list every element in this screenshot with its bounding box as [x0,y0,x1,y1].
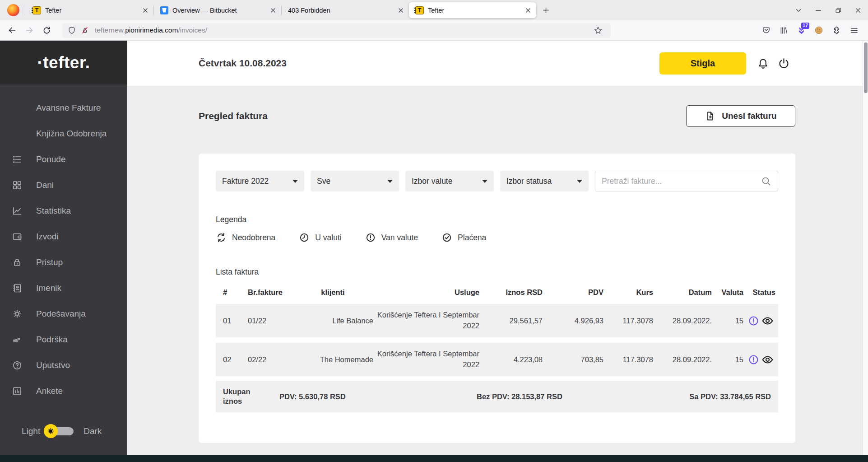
line-chart-icon [12,205,23,216]
close-window-button[interactable] [848,3,868,18]
legend-item-van-valute: Van valute [365,232,418,243]
table-row: 01 01/22 Life Balance Korišćenje Teftera… [216,304,778,337]
total-sa-pdv: Sa PDV: 33.784,65 RSD [689,392,771,401]
tab-title: Overview — Bitbucket [172,7,265,14]
url-bar[interactable]: tefternew.pionirimedia.com/invoices/ [62,23,611,38]
sidebar-item-podrska[interactable]: Podrška [0,327,127,352]
sidebar-item-uputstvo[interactable]: Uputstvo [0,352,127,378]
sidebar-item-pristup[interactable]: Pristup [0,249,127,275]
sidebar-item-imenik[interactable]: Imenik [0,275,127,301]
col-num: # [216,288,241,297]
clock-icon [299,232,310,243]
page-content: Pregled faktura Unesi fakturu Fakture 20… [127,86,863,443]
sidebar-item-dani[interactable]: Dani [0,172,127,198]
tefter-favicon: T [32,6,41,14]
back-button[interactable] [5,23,20,38]
navigation-toolbar: tefternew.pionirimedia.com/invoices/ 17 [0,20,868,41]
sidebar-item-izvodi[interactable]: Izvodi [0,224,127,249]
col-klijenti: klijenti [292,288,376,297]
legend-item-u-valuti: U valuti [299,232,341,243]
table-row: 02 02/22 The Homemade Korišćenje Teftera… [216,343,778,376]
extensions-puzzle-icon[interactable] [830,23,843,37]
support-hand-icon [12,334,23,345]
tab-title: Tefter [45,7,138,14]
page-title: Pregled faktura [199,111,268,121]
total-pdv: PDV: 5.630,78 RSD [279,392,346,401]
theme-toggle[interactable] [47,427,74,435]
forward-button[interactable] [22,23,37,38]
col-br-fakture: Br.fakture [241,288,292,297]
view-invoice-eye-icon[interactable] [761,354,774,366]
table-footer-totals: Ukupan iznos PDV: 5.630,78 RSD Bez PDV: … [216,381,778,412]
menu-hamburger-icon[interactable] [847,23,861,37]
tab-bar: T Tefter Overview — Bitbucket 403 Forbid… [0,0,868,20]
check-circle-icon [441,232,452,243]
new-tab-button[interactable] [539,4,552,17]
page-bottom-strip [0,455,868,462]
tab-title: 403 Forbidden [288,7,393,14]
client-filter-dropdown[interactable]: Sve [311,171,399,191]
restore-button[interactable] [828,3,848,18]
year-filter-dropdown[interactable]: Fakture 2022 [216,171,304,191]
refresh-icon [216,232,227,243]
invoices-card: Fakture 2022 Sve Izbor valute Izbor stat… [199,154,795,443]
sidebar: ·tefter. Avansne Fakture Knjižna Odobren… [0,41,127,455]
status-van-valute-icon[interactable] [748,354,759,365]
shield-icon[interactable] [67,25,77,35]
wallet-icon [12,231,23,242]
stigla-button[interactable]: Stigla [659,52,746,75]
filters-row: Fakture 2022 Sve Izbor valute Izbor stat… [216,171,778,191]
logout-power-icon[interactable] [777,56,790,70]
add-invoice-button[interactable]: Unesi fakturu [686,105,795,127]
theme-dark-label: Dark [84,426,102,436]
sidebar-item-avansne-fakture[interactable]: Avansne Fakture [0,95,127,121]
theme-light-label: Light [22,426,40,436]
sidebar-item-ponude[interactable]: Ponude [0,146,127,172]
search-box [595,171,778,191]
list-all-tabs-button[interactable] [789,3,808,18]
sidebar-item-knjizna-odobrenja[interactable]: Knjižna Odobrenja [0,121,127,146]
library-icon[interactable] [777,23,790,37]
download-extension-icon[interactable]: 17 [794,23,808,37]
sidebar-item-ankete[interactable]: Ankete [0,378,127,404]
chevron-down-icon [482,180,487,183]
tab-bitbucket[interactable]: Overview — Bitbucket [154,2,281,18]
col-usluge: Usluge [376,288,482,297]
address-book-icon [12,283,23,294]
tab-close-icon[interactable] [397,7,404,14]
status-filter-dropdown[interactable]: Izbor statusa [500,171,589,191]
search-icon[interactable] [761,176,771,187]
tab-tefter-1[interactable]: T Tefter [26,2,153,18]
pocket-icon[interactable] [759,23,773,37]
scrollbar-thumb[interactable] [864,42,868,93]
download-badge: 17 [801,23,809,29]
tab-close-icon[interactable] [142,7,149,14]
tab-tefter-active[interactable]: T Tefter [409,2,536,18]
status-van-valute-icon[interactable] [748,315,759,327]
browser-window: T Tefter Overview — Bitbucket 403 Forbid… [0,0,868,462]
tab-close-icon[interactable] [269,7,277,14]
col-datum: Datum [656,288,715,297]
totals-label: Ukupan iznos [223,387,259,406]
page-scrollbar[interactable] [863,41,868,455]
tab-divider [25,5,25,15]
chevron-down-icon [577,180,582,183]
sidebar-nav: Avansne Fakture Knjižna Odobrenja Ponude… [0,84,127,404]
list-icon [12,154,23,165]
sidebar-item-podesavanja[interactable]: Podešavanja [0,301,127,327]
grid-icon [12,180,23,191]
cookie-icon[interactable] [812,23,826,37]
search-input[interactable] [602,177,761,186]
insecure-lock-icon[interactable] [80,25,90,35]
currency-filter-dropdown[interactable]: Izbor valute [405,171,494,191]
bitbucket-favicon [160,6,168,14]
notifications-bell-icon[interactable] [756,56,770,70]
reload-button[interactable] [39,23,54,38]
sidebar-item-statistika[interactable]: Statistika [0,198,127,224]
tab-403-forbidden[interactable]: 403 Forbidden [282,2,409,18]
minimize-button[interactable] [808,3,828,18]
bookmark-star-icon[interactable] [593,25,603,35]
view-invoice-eye-icon[interactable] [761,315,774,327]
tab-close-icon[interactable] [525,7,532,14]
table-title: Lista faktura [216,267,778,277]
